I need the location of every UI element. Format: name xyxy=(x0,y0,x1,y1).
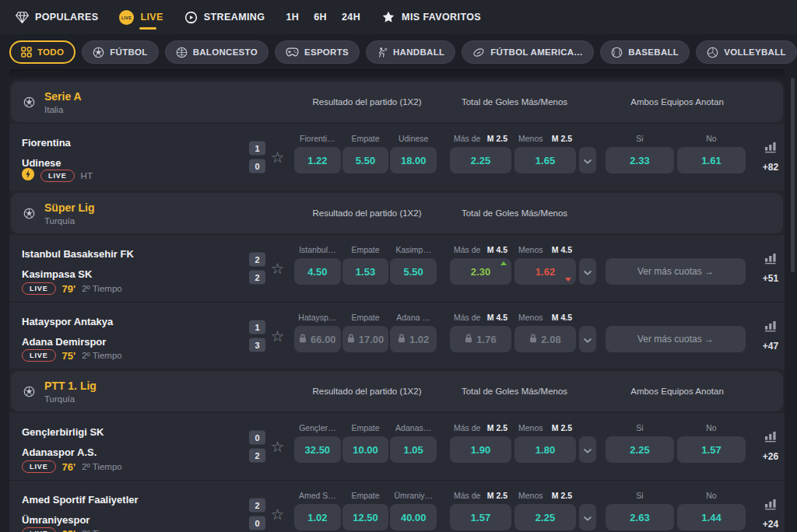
odds-button-1x2[interactable]: 1.02 xyxy=(390,326,437,352)
odds-button-1x2[interactable]: 1.05 xyxy=(390,436,437,463)
odds-button-1x2[interactable]: 32.50 xyxy=(294,436,341,463)
odds-button-1x2[interactable]: 1.22 xyxy=(294,147,341,173)
match-stats-button[interactable]: +26 xyxy=(757,431,785,462)
league-header-link[interactable]: Serie AItalia xyxy=(11,90,82,114)
nav-item-label: STREAMING xyxy=(204,12,265,23)
match-stats-button[interactable]: +47 xyxy=(757,320,785,352)
odds-button-btts-si[interactable]: 2.33 xyxy=(606,147,674,173)
btts-label: Si xyxy=(606,491,674,504)
odds-button-total-over[interactable]: 1.90 xyxy=(450,436,511,463)
odds-value: 2.25 xyxy=(535,512,555,523)
soccer-icon xyxy=(93,47,104,58)
league-country: Turquía xyxy=(44,394,97,404)
odds-value: 1.65 xyxy=(535,155,555,166)
odds-value: 2.08 xyxy=(541,334,560,345)
sport-chip-baseball[interactable]: BASEBALL xyxy=(600,40,690,64)
odds-button-1x2[interactable]: 5.50 xyxy=(390,258,437,285)
odds-button-total-under[interactable]: 1.62 xyxy=(514,258,576,285)
league-section-header: Süper LigTurquíaResultado del partido (1… xyxy=(11,193,783,233)
market-btts-group: Si2.33No1.61 xyxy=(606,134,746,173)
sport-chip-baloncesto[interactable]: BALONCESTO xyxy=(165,40,269,64)
match-stats-button[interactable]: +51 xyxy=(757,253,785,284)
odds-button-total-under[interactable]: 1.80 xyxy=(514,436,576,463)
odds-button-1x2[interactable]: 5.50 xyxy=(342,147,389,173)
sport-chip-label: BASEBALL xyxy=(628,47,679,57)
odds-button-total-over[interactable]: 1.76 xyxy=(450,326,511,352)
odds-selection-label: Amed S… xyxy=(294,491,341,504)
odds-button-1x2[interactable]: 1.53 xyxy=(342,258,389,285)
odds-button-1x2[interactable]: 10.00 xyxy=(342,436,389,463)
odds-button-1x2[interactable]: 66.00 xyxy=(294,326,341,352)
sport-chip-volleyball[interactable]: VOLLEYBALL xyxy=(696,40,797,64)
odds-button-total-over[interactable]: 2.30 xyxy=(450,258,511,285)
total-label: Más deM 2.5 xyxy=(450,491,511,504)
total-line: M 4.5 xyxy=(552,245,572,254)
market-column-header: Resultado del partido (1X2) xyxy=(296,387,438,396)
horizontal-scrollbar[interactable] xyxy=(9,69,785,76)
odds-button-1x2[interactable]: 40.00 xyxy=(390,504,437,530)
odds-button-btts-si[interactable]: 2.25 xyxy=(606,436,674,463)
star-icon xyxy=(381,10,395,24)
odds-button-total-under[interactable]: 1.65 xyxy=(514,147,576,173)
odds-selection-label: Empate xyxy=(342,423,389,436)
expand-markets-button[interactable] xyxy=(579,436,596,463)
match-stats-button[interactable]: +82 xyxy=(757,142,785,173)
sport-chip-futbol[interactable]: FÚTBOL xyxy=(82,40,158,64)
odds-button-1x2[interactable]: 1.02 xyxy=(294,504,341,530)
sport-chip-handball[interactable]: HANDBALL xyxy=(366,40,455,64)
more-odds-button[interactable]: Ver más cuotas → xyxy=(606,326,746,352)
odds-value: 1.44 xyxy=(701,512,721,523)
stats-bars-icon xyxy=(764,431,778,446)
nav-item-24h[interactable]: 24H xyxy=(342,0,360,34)
odds-button-btts-no[interactable]: 1.57 xyxy=(677,436,746,463)
odds-button-btts-no[interactable]: 1.61 xyxy=(677,147,746,173)
vertical-scrollbar[interactable] xyxy=(791,78,795,272)
more-odds-button[interactable]: Ver más cuotas → xyxy=(606,258,746,285)
league-header-link[interactable]: PTT 1. LigTurquía xyxy=(11,380,97,404)
nav-item-live[interactable]: LIVELIVE xyxy=(119,0,163,34)
total-line: M 2.5 xyxy=(552,134,572,143)
nav-item-mis-favoritos[interactable]: MIS FAVORITOS xyxy=(381,0,481,34)
odds-button-1x2[interactable]: 4.50 xyxy=(294,258,341,285)
over-under-word: Menos xyxy=(518,423,543,432)
chevron-down-icon xyxy=(584,264,592,278)
league-header-link[interactable]: Süper LigTurquía xyxy=(11,201,95,226)
odds-button-total-over[interactable]: 1.57 xyxy=(450,504,511,530)
league-country: Italia xyxy=(44,105,82,114)
league-name: Süper Lig xyxy=(44,201,95,214)
expand-markets-button[interactable] xyxy=(579,326,596,352)
market-1x2-group: Gençler…32.50Empate10.00Adanas…1.05 xyxy=(294,423,437,463)
expand-markets-button[interactable] xyxy=(579,147,596,173)
odds-button-btts-si[interactable]: 2.63 xyxy=(606,504,674,530)
odds-button-btts-no[interactable]: 1.44 xyxy=(677,504,746,530)
stats-bars-icon xyxy=(764,499,778,513)
btts-label: No xyxy=(677,423,746,436)
nav-item-6h[interactable]: 6H xyxy=(314,0,327,34)
nav-item-1h[interactable]: 1H xyxy=(286,0,299,34)
match-row: Amed Sportif FaaliyetlerÜmraniyesporLIVE… xyxy=(9,480,785,532)
expand-markets-button[interactable] xyxy=(579,504,596,530)
odds-selection-label: Fiorenti… xyxy=(294,134,341,147)
odds-button-1x2[interactable]: 18.00 xyxy=(390,147,437,173)
expand-markets-button[interactable] xyxy=(579,258,596,285)
btts-label: No xyxy=(677,491,746,504)
nav-item-streaming[interactable]: STREAMING xyxy=(184,0,265,34)
total-line: M 4.5 xyxy=(487,245,507,254)
odds-button-1x2[interactable]: 17.00 xyxy=(342,326,389,352)
total-line: M 2.5 xyxy=(487,134,507,143)
total-label: MenosM 4.5 xyxy=(514,313,576,326)
odds-button-total-under[interactable]: 2.08 xyxy=(514,326,576,352)
match-stats-button[interactable]: +24 xyxy=(757,499,785,530)
sport-chip-futbol-americano[interactable]: FÚTBOL AMERICA… xyxy=(462,40,594,64)
sport-chip-todo[interactable]: TODO xyxy=(9,40,75,64)
sport-chip-label: HANDBALL xyxy=(393,47,444,57)
market-1x2-group: Istanbul…4.50Empate1.53Kasimp…5.50 xyxy=(294,245,437,285)
nav-item-populares[interactable]: POPULARES xyxy=(16,0,98,34)
total-label: MenosM 2.5 xyxy=(514,491,576,504)
odds-button-total-over[interactable]: 2.25 xyxy=(450,147,511,173)
odds-button-1x2[interactable]: 12.50 xyxy=(342,504,389,530)
over-under-word: Menos xyxy=(518,134,543,143)
lock-icon xyxy=(529,334,537,345)
sport-chip-esports[interactable]: ESPORTS xyxy=(275,40,360,64)
odds-button-total-under[interactable]: 2.25 xyxy=(514,504,576,530)
